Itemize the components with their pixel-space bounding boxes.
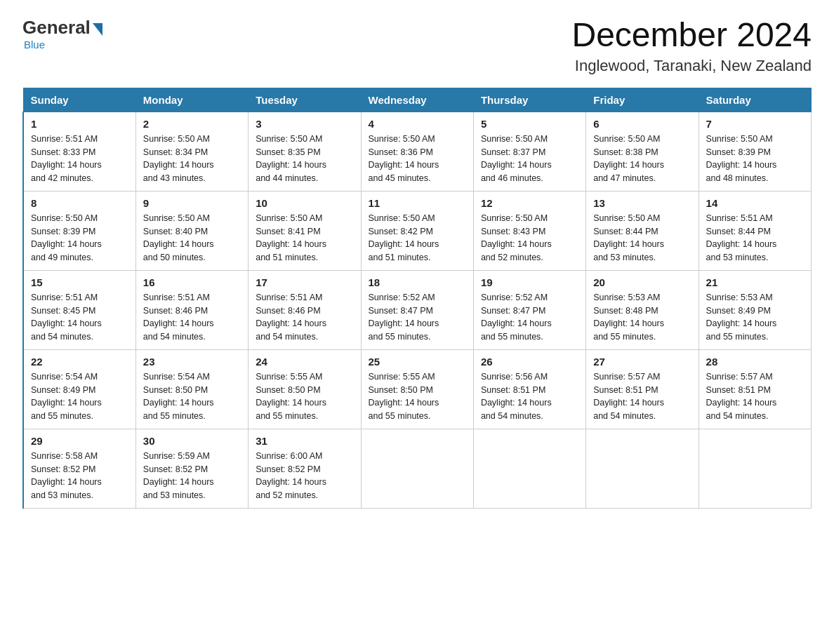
day-number: 3 (256, 118, 353, 130)
day-info: Sunrise: 5:50 AM Sunset: 8:38 PM Dayligh… (593, 133, 691, 185)
day-info: Sunrise: 5:57 AM Sunset: 8:51 PM Dayligh… (706, 370, 804, 423)
day-number: 24 (256, 356, 353, 368)
day-number: 23 (143, 356, 241, 368)
title-block: December 2024 Inglewood, Taranaki, New Z… (571, 17, 812, 75)
logo-general-text: General (22, 17, 91, 39)
calendar-week-row: 22 Sunrise: 5:54 AM Sunset: 8:49 PM Dayl… (23, 349, 812, 429)
day-number: 12 (481, 197, 578, 209)
day-number: 21 (706, 276, 804, 288)
calendar-cell: 15 Sunrise: 5:51 AM Sunset: 8:45 PM Dayl… (23, 270, 135, 349)
calendar-cell: 27 Sunrise: 5:57 AM Sunset: 8:51 PM Dayl… (586, 349, 699, 429)
day-number: 5 (481, 118, 578, 130)
calendar-cell: 18 Sunrise: 5:52 AM Sunset: 8:47 PM Dayl… (361, 270, 473, 349)
location-title: Inglewood, Taranaki, New Zealand (571, 57, 812, 75)
day-info: Sunrise: 5:50 AM Sunset: 8:42 PM Dayligh… (369, 212, 466, 264)
day-info: Sunrise: 5:55 AM Sunset: 8:50 PM Dayligh… (369, 370, 466, 423)
calendar-cell: 20 Sunrise: 5:53 AM Sunset: 8:48 PM Dayl… (586, 270, 699, 349)
calendar-cell: 16 Sunrise: 5:51 AM Sunset: 8:46 PM Dayl… (135, 270, 248, 349)
day-number: 22 (31, 356, 128, 368)
calendar-cell: 9 Sunrise: 5:50 AM Sunset: 8:40 PM Dayli… (135, 191, 248, 270)
day-number: 19 (481, 276, 578, 288)
calendar-table: Sunday Monday Tuesday Wednesday Thursday… (22, 88, 812, 509)
calendar-cell: 23 Sunrise: 5:54 AM Sunset: 8:50 PM Dayl… (135, 349, 248, 429)
day-number: 16 (143, 276, 241, 288)
day-number: 9 (143, 197, 241, 209)
day-info: Sunrise: 5:50 AM Sunset: 8:41 PM Dayligh… (256, 212, 353, 264)
calendar-cell: 22 Sunrise: 5:54 AM Sunset: 8:49 PM Dayl… (23, 349, 135, 429)
day-info: Sunrise: 5:50 AM Sunset: 8:43 PM Dayligh… (481, 212, 578, 264)
calendar-cell: 12 Sunrise: 5:50 AM Sunset: 8:43 PM Dayl… (473, 191, 585, 270)
calendar-cell: 2 Sunrise: 5:50 AM Sunset: 8:34 PM Dayli… (135, 112, 248, 191)
day-info: Sunrise: 5:52 AM Sunset: 8:47 PM Dayligh… (481, 291, 578, 344)
day-info: Sunrise: 5:50 AM Sunset: 8:35 PM Dayligh… (256, 133, 353, 185)
calendar-cell: 10 Sunrise: 5:50 AM Sunset: 8:41 PM Dayl… (249, 191, 361, 270)
day-number: 25 (369, 356, 466, 368)
day-info: Sunrise: 5:56 AM Sunset: 8:51 PM Dayligh… (481, 370, 578, 423)
calendar-cell: 3 Sunrise: 5:50 AM Sunset: 8:35 PM Dayli… (249, 112, 361, 191)
calendar-cell: 21 Sunrise: 5:53 AM Sunset: 8:49 PM Dayl… (699, 270, 811, 349)
col-tuesday: Tuesday (249, 88, 361, 112)
col-sunday: Sunday (23, 88, 135, 112)
logo: General Blue (22, 17, 102, 51)
day-info: Sunrise: 5:52 AM Sunset: 8:47 PM Dayligh… (369, 291, 466, 344)
day-number: 18 (369, 276, 466, 288)
calendar-cell: 19 Sunrise: 5:52 AM Sunset: 8:47 PM Dayl… (473, 270, 585, 349)
day-number: 28 (706, 356, 804, 368)
day-info: Sunrise: 5:51 AM Sunset: 8:46 PM Dayligh… (143, 291, 241, 344)
day-number: 8 (31, 197, 128, 209)
calendar-cell: 6 Sunrise: 5:50 AM Sunset: 8:38 PM Dayli… (586, 112, 699, 191)
calendar-cell: 14 Sunrise: 5:51 AM Sunset: 8:44 PM Dayl… (699, 191, 811, 270)
day-info: Sunrise: 5:58 AM Sunset: 8:52 PM Dayligh… (31, 450, 128, 502)
day-number: 11 (369, 197, 466, 209)
calendar-cell: 30 Sunrise: 5:59 AM Sunset: 8:52 PM Dayl… (135, 429, 248, 508)
calendar-cell: 13 Sunrise: 5:50 AM Sunset: 8:44 PM Dayl… (586, 191, 699, 270)
calendar-cell (361, 429, 473, 508)
day-info: Sunrise: 5:51 AM Sunset: 8:45 PM Dayligh… (31, 291, 128, 344)
day-info: Sunrise: 5:54 AM Sunset: 8:49 PM Dayligh… (31, 370, 128, 423)
header-row: Sunday Monday Tuesday Wednesday Thursday… (23, 88, 812, 112)
day-info: Sunrise: 5:50 AM Sunset: 8:44 PM Dayligh… (593, 212, 691, 264)
day-number: 30 (143, 435, 241, 447)
calendar-cell: 1 Sunrise: 5:51 AM Sunset: 8:33 PM Dayli… (23, 112, 135, 191)
day-number: 4 (369, 118, 466, 130)
col-thursday: Thursday (473, 88, 585, 112)
col-wednesday: Wednesday (361, 88, 473, 112)
day-info: Sunrise: 5:53 AM Sunset: 8:48 PM Dayligh… (593, 291, 691, 344)
day-number: 15 (31, 276, 128, 288)
day-info: Sunrise: 5:50 AM Sunset: 8:39 PM Dayligh… (31, 212, 128, 264)
calendar-cell: 26 Sunrise: 5:56 AM Sunset: 8:51 PM Dayl… (473, 349, 585, 429)
day-info: Sunrise: 5:50 AM Sunset: 8:36 PM Dayligh… (369, 133, 466, 185)
day-info: Sunrise: 5:57 AM Sunset: 8:51 PM Dayligh… (593, 370, 691, 423)
day-info: Sunrise: 5:51 AM Sunset: 8:33 PM Dayligh… (31, 133, 128, 185)
calendar-cell: 11 Sunrise: 5:50 AM Sunset: 8:42 PM Dayl… (361, 191, 473, 270)
month-title: December 2024 (571, 17, 812, 54)
day-number: 7 (706, 118, 804, 130)
day-info: Sunrise: 6:00 AM Sunset: 8:52 PM Dayligh… (256, 450, 353, 502)
calendar-cell: 4 Sunrise: 5:50 AM Sunset: 8:36 PM Dayli… (361, 112, 473, 191)
calendar-cell (699, 429, 811, 508)
day-number: 13 (593, 197, 691, 209)
day-number: 17 (256, 276, 353, 288)
calendar-week-row: 15 Sunrise: 5:51 AM Sunset: 8:45 PM Dayl… (23, 270, 812, 349)
calendar-cell: 28 Sunrise: 5:57 AM Sunset: 8:51 PM Dayl… (699, 349, 811, 429)
calendar-week-row: 29 Sunrise: 5:58 AM Sunset: 8:52 PM Dayl… (23, 429, 812, 508)
day-number: 6 (593, 118, 691, 130)
calendar-cell: 8 Sunrise: 5:50 AM Sunset: 8:39 PM Dayli… (23, 191, 135, 270)
day-info: Sunrise: 5:51 AM Sunset: 8:46 PM Dayligh… (256, 291, 353, 344)
page-header: General Blue December 2024 Inglewood, Ta… (22, 17, 812, 75)
calendar-header: Sunday Monday Tuesday Wednesday Thursday… (23, 88, 812, 112)
day-info: Sunrise: 5:51 AM Sunset: 8:44 PM Dayligh… (706, 212, 804, 264)
day-number: 2 (143, 118, 241, 130)
day-info: Sunrise: 5:50 AM Sunset: 8:39 PM Dayligh… (706, 133, 804, 185)
day-info: Sunrise: 5:53 AM Sunset: 8:49 PM Dayligh… (706, 291, 804, 344)
calendar-cell: 29 Sunrise: 5:58 AM Sunset: 8:52 PM Dayl… (23, 429, 135, 508)
day-info: Sunrise: 5:55 AM Sunset: 8:50 PM Dayligh… (256, 370, 353, 423)
calendar-week-row: 1 Sunrise: 5:51 AM Sunset: 8:33 PM Dayli… (23, 112, 812, 191)
logo-blue-text: Blue (24, 39, 45, 51)
day-number: 31 (256, 435, 353, 447)
day-info: Sunrise: 5:50 AM Sunset: 8:37 PM Dayligh… (481, 133, 578, 185)
calendar-cell (586, 429, 699, 508)
day-number: 1 (31, 118, 128, 130)
calendar-cell: 31 Sunrise: 6:00 AM Sunset: 8:52 PM Dayl… (249, 429, 361, 508)
calendar-cell (473, 429, 585, 508)
